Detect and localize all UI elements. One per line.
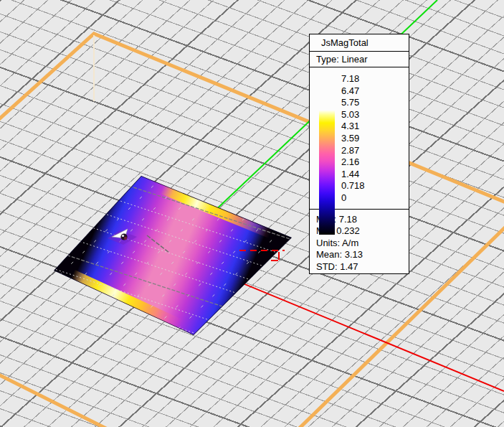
stat-units: Units: A/m [316,238,409,249]
legend-scale-section: 7.18 6.47 5.75 5.03 4.31 3.59 2.87 2.16 … [310,67,409,210]
colorbar-tick-labels: 7.18 6.47 5.75 5.03 4.31 3.59 2.87 2.16 … [341,73,365,205]
tick-label: 6.47 [341,85,365,98]
stat-std: STD: 1.47 [316,261,409,273]
tick-label: 3.59 [341,133,365,145]
stat-mean: Mean: 3.13 [316,249,409,261]
colorbar-legend[interactable]: JsMagTotal Type: Linear 7.18 6.47 5.75 5… [309,34,409,274]
tick-label: 2.87 [341,145,365,157]
tick-label: 7.18 [341,73,365,85]
legend-scale-type: Type: Linear [310,52,409,67]
marker-core [124,237,127,240]
legend-title: JsMagTotal [310,34,409,52]
tick-label: 2.16 [341,156,365,169]
3d-viewport[interactable]: JsMagTotal Type: Linear 7.18 6.47 5.75 5… [0,0,504,427]
tick-label: 4.31 [341,121,365,133]
colorbar-gradient [319,111,335,235]
tick-label: 1.44 [341,169,365,181]
tick-label: 5.03 [341,109,365,121]
model-drawing [0,0,504,427]
tick-label: 0.718 [341,180,365,192]
marker-highlight [122,235,124,237]
tick-label: 5.75 [341,97,365,109]
tick-label: 0 [341,192,365,205]
